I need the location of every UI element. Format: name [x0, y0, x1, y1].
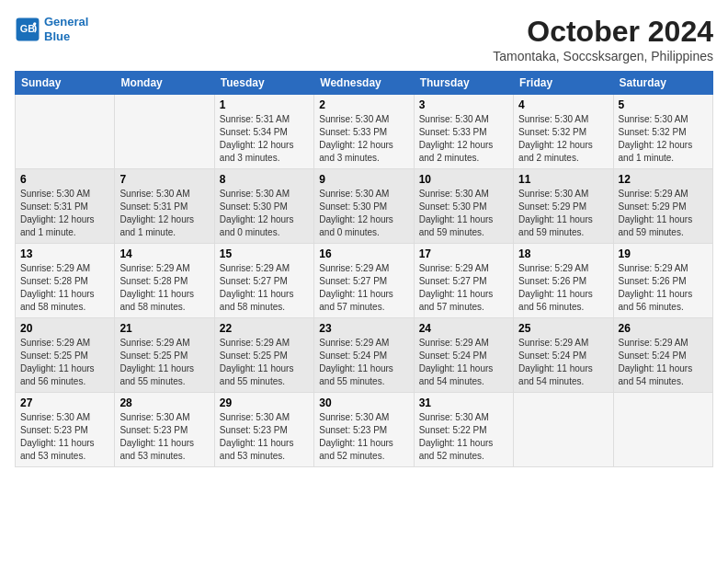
day-info: Sunrise: 5:30 AM Sunset: 5:23 PM Dayligh…	[20, 411, 109, 463]
day-info: Sunrise: 5:30 AM Sunset: 5:22 PM Dayligh…	[419, 411, 508, 463]
calendar-week-row: 27Sunrise: 5:30 AM Sunset: 5:23 PM Dayli…	[16, 393, 713, 467]
day-number: 29	[220, 396, 309, 409]
day-info: Sunrise: 5:30 AM Sunset: 5:30 PM Dayligh…	[419, 188, 508, 239]
weekday-header: Monday	[115, 72, 214, 95]
calendar-day-cell: 3Sunrise: 5:30 AM Sunset: 5:33 PM Daylig…	[414, 95, 513, 169]
calendar-day-cell	[613, 393, 712, 467]
location: Tamontaka, Soccsksargen, Philippines	[493, 49, 713, 63]
day-number: 16	[319, 247, 408, 260]
calendar-day-cell: 21Sunrise: 5:29 AM Sunset: 5:25 PM Dayli…	[115, 318, 214, 393]
day-info: Sunrise: 5:29 AM Sunset: 5:26 PM Dayligh…	[619, 262, 708, 314]
calendar-day-cell: 17Sunrise: 5:29 AM Sunset: 5:27 PM Dayli…	[414, 244, 513, 318]
day-info: Sunrise: 5:30 AM Sunset: 5:23 PM Dayligh…	[319, 411, 408, 463]
day-number: 24	[419, 322, 508, 335]
calendar-day-cell: 19Sunrise: 5:29 AM Sunset: 5:26 PM Dayli…	[613, 244, 712, 318]
calendar-day-cell: 29Sunrise: 5:30 AM Sunset: 5:23 PM Dayli…	[214, 393, 313, 467]
calendar-day-cell: 12Sunrise: 5:29 AM Sunset: 5:29 PM Dayli…	[613, 169, 712, 244]
day-info: Sunrise: 5:30 AM Sunset: 5:23 PM Dayligh…	[220, 411, 309, 463]
logo: GB General Blue	[15, 15, 88, 43]
svg-point-2	[33, 22, 36, 25]
day-info: Sunrise: 5:30 AM Sunset: 5:33 PM Dayligh…	[419, 113, 508, 165]
day-number: 12	[619, 173, 708, 186]
day-info: Sunrise: 5:31 AM Sunset: 5:34 PM Dayligh…	[220, 113, 309, 165]
calendar-day-cell: 26Sunrise: 5:29 AM Sunset: 5:24 PM Dayli…	[613, 318, 712, 393]
calendar-day-cell: 25Sunrise: 5:29 AM Sunset: 5:24 PM Dayli…	[514, 318, 613, 393]
day-number: 22	[220, 322, 309, 335]
day-info: Sunrise: 5:30 AM Sunset: 5:30 PM Dayligh…	[319, 188, 408, 239]
weekday-header: Tuesday	[214, 72, 313, 95]
day-number: 2	[319, 98, 408, 111]
calendar-day-cell: 23Sunrise: 5:29 AM Sunset: 5:24 PM Dayli…	[314, 318, 414, 393]
day-number: 13	[20, 247, 109, 260]
page-header: GB General Blue October 2024 Tamontaka, …	[15, 15, 713, 63]
calendar-day-cell: 28Sunrise: 5:30 AM Sunset: 5:23 PM Dayli…	[115, 393, 214, 467]
day-number: 25	[518, 322, 608, 335]
logo-line2: Blue	[44, 29, 70, 43]
day-number: 9	[319, 173, 408, 186]
calendar-day-cell: 5Sunrise: 5:30 AM Sunset: 5:32 PM Daylig…	[613, 95, 712, 169]
calendar-day-cell: 14Sunrise: 5:29 AM Sunset: 5:28 PM Dayli…	[115, 244, 214, 318]
calendar-day-cell: 30Sunrise: 5:30 AM Sunset: 5:23 PM Dayli…	[314, 393, 414, 467]
calendar-day-cell: 27Sunrise: 5:30 AM Sunset: 5:23 PM Dayli…	[16, 393, 115, 467]
day-info: Sunrise: 5:29 AM Sunset: 5:27 PM Dayligh…	[319, 262, 408, 314]
calendar-week-row: 13Sunrise: 5:29 AM Sunset: 5:28 PM Dayli…	[16, 244, 713, 318]
day-number: 31	[419, 396, 508, 409]
day-number: 7	[119, 173, 209, 186]
calendar-day-cell: 31Sunrise: 5:30 AM Sunset: 5:22 PM Dayli…	[414, 393, 513, 467]
weekday-header: Saturday	[613, 72, 712, 95]
logo-icon: GB	[15, 17, 40, 42]
calendar-day-cell: 6Sunrise: 5:30 AM Sunset: 5:31 PM Daylig…	[16, 169, 115, 244]
day-number: 21	[119, 322, 209, 335]
day-number: 19	[619, 247, 708, 260]
header-row: SundayMondayTuesdayWednesdayThursdayFrid…	[16, 72, 713, 95]
day-number: 14	[119, 247, 209, 260]
day-info: Sunrise: 5:29 AM Sunset: 5:27 PM Dayligh…	[419, 262, 508, 314]
calendar-week-row: 20Sunrise: 5:29 AM Sunset: 5:25 PM Dayli…	[16, 318, 713, 393]
day-info: Sunrise: 5:29 AM Sunset: 5:26 PM Dayligh…	[518, 262, 608, 314]
calendar-day-cell	[514, 393, 613, 467]
day-number: 6	[20, 173, 109, 186]
calendar-day-cell: 20Sunrise: 5:29 AM Sunset: 5:25 PM Dayli…	[16, 318, 115, 393]
day-info: Sunrise: 5:30 AM Sunset: 5:32 PM Dayligh…	[619, 113, 708, 165]
calendar-table: SundayMondayTuesdayWednesdayThursdayFrid…	[15, 71, 713, 467]
weekday-header: Friday	[514, 72, 613, 95]
day-info: Sunrise: 5:29 AM Sunset: 5:24 PM Dayligh…	[619, 337, 708, 388]
calendar-day-cell: 4Sunrise: 5:30 AM Sunset: 5:32 PM Daylig…	[514, 95, 613, 169]
day-info: Sunrise: 5:29 AM Sunset: 5:25 PM Dayligh…	[220, 337, 309, 388]
day-number: 3	[419, 98, 508, 111]
day-number: 23	[319, 322, 408, 335]
day-number: 8	[220, 173, 309, 186]
logo-line1: General	[44, 15, 88, 29]
svg-text:GB: GB	[20, 23, 35, 34]
day-number: 27	[20, 396, 109, 409]
day-number: 17	[419, 247, 508, 260]
day-info: Sunrise: 5:30 AM Sunset: 5:31 PM Dayligh…	[20, 188, 109, 239]
calendar-day-cell: 16Sunrise: 5:29 AM Sunset: 5:27 PM Dayli…	[314, 244, 414, 318]
day-info: Sunrise: 5:29 AM Sunset: 5:27 PM Dayligh…	[220, 262, 309, 314]
day-number: 5	[619, 98, 708, 111]
day-number: 1	[220, 98, 309, 111]
calendar-day-cell: 10Sunrise: 5:30 AM Sunset: 5:30 PM Dayli…	[414, 169, 513, 244]
title-block: October 2024 Tamontaka, Soccsksargen, Ph…	[493, 15, 713, 63]
day-info: Sunrise: 5:30 AM Sunset: 5:29 PM Dayligh…	[518, 188, 608, 239]
calendar-day-cell: 18Sunrise: 5:29 AM Sunset: 5:26 PM Dayli…	[514, 244, 613, 318]
day-info: Sunrise: 5:29 AM Sunset: 5:29 PM Dayligh…	[619, 188, 708, 239]
day-info: Sunrise: 5:29 AM Sunset: 5:24 PM Dayligh…	[518, 337, 608, 388]
weekday-header: Sunday	[16, 72, 115, 95]
day-number: 18	[518, 247, 608, 260]
day-info: Sunrise: 5:29 AM Sunset: 5:28 PM Dayligh…	[119, 262, 209, 314]
calendar-day-cell: 1Sunrise: 5:31 AM Sunset: 5:34 PM Daylig…	[214, 95, 313, 169]
day-number: 30	[319, 396, 408, 409]
calendar-day-cell	[16, 95, 115, 169]
day-info: Sunrise: 5:30 AM Sunset: 5:23 PM Dayligh…	[119, 411, 209, 463]
day-number: 11	[518, 173, 608, 186]
day-info: Sunrise: 5:29 AM Sunset: 5:24 PM Dayligh…	[319, 337, 408, 388]
day-number: 26	[619, 322, 708, 335]
calendar-day-cell: 9Sunrise: 5:30 AM Sunset: 5:30 PM Daylig…	[314, 169, 414, 244]
day-number: 10	[419, 173, 508, 186]
calendar-day-cell	[115, 95, 214, 169]
day-info: Sunrise: 5:29 AM Sunset: 5:24 PM Dayligh…	[419, 337, 508, 388]
calendar-day-cell: 8Sunrise: 5:30 AM Sunset: 5:30 PM Daylig…	[214, 169, 313, 244]
weekday-header: Thursday	[414, 72, 513, 95]
weekday-header: Wednesday	[314, 72, 414, 95]
